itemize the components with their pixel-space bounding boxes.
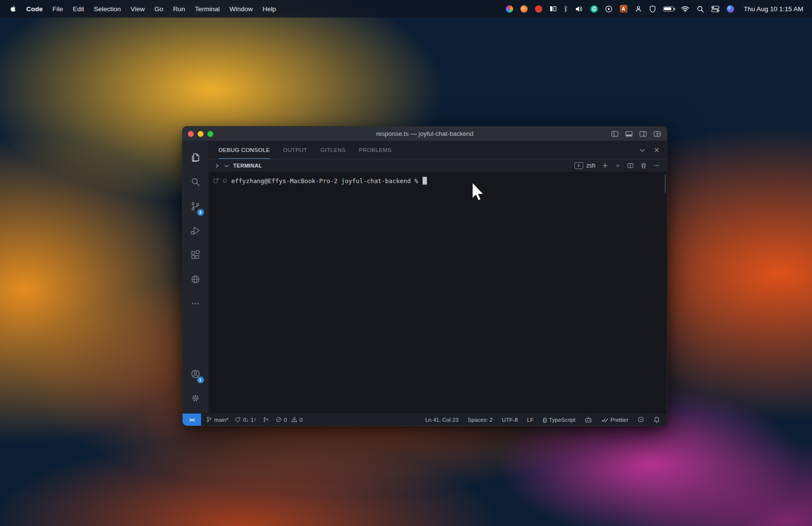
expand-panel-chevron-icon[interactable] xyxy=(214,163,220,169)
command-decoration-icon[interactable] xyxy=(223,179,227,183)
shell-name: zsh xyxy=(586,162,595,169)
split-terminal-icon[interactable] xyxy=(627,162,634,169)
problems-status[interactable]: 0 0 xyxy=(276,416,303,423)
close-window-button[interactable] xyxy=(188,131,194,137)
menu-bar-left: Code File Edit Selection View Go Run Ter… xyxy=(10,4,276,13)
play-circle-icon[interactable] xyxy=(605,4,612,13)
bluetooth-icon[interactable]: ᛒ xyxy=(564,4,568,13)
panel-chevron-down-icon[interactable] xyxy=(639,147,646,154)
menubar-clock[interactable]: Thu Aug 10 1:15 AM xyxy=(744,5,803,13)
run-debug-icon[interactable] xyxy=(185,218,207,243)
new-terminal-icon[interactable] xyxy=(602,162,609,169)
panel-tab-bar: DEBUG CONSOLE OUTPUT GITLENS PROBLEMS xyxy=(209,141,667,159)
panel-close-icon[interactable] xyxy=(653,147,660,153)
terminal-header-left: TERMINAL xyxy=(214,163,262,169)
a-app-icon[interactable]: A xyxy=(620,5,627,13)
remote-indicator[interactable]: >< xyxy=(183,413,201,426)
tab-debug-console[interactable]: DEBUG CONSOLE xyxy=(219,141,270,159)
user-icon[interactable] xyxy=(635,4,642,13)
battery-icon[interactable] xyxy=(663,4,674,13)
eol-status[interactable]: LF xyxy=(527,417,534,423)
wifi-icon[interactable] xyxy=(681,4,689,13)
menu-file[interactable]: File xyxy=(53,5,63,13)
terminal-cursor xyxy=(423,177,427,185)
menu-terminal[interactable]: Terminal xyxy=(195,5,220,13)
gitlens-graph-icon[interactable] xyxy=(263,416,269,423)
extensions-icon[interactable] xyxy=(185,243,207,267)
tab-gitlens-label: GITLENS xyxy=(320,147,346,153)
tab-problems[interactable]: PROBLEMS xyxy=(359,141,391,159)
menu-bar-status-area: ᛒ G A T xyxy=(506,4,803,13)
menu-selection[interactable]: Selection xyxy=(94,5,121,13)
toggle-panel-icon[interactable] xyxy=(625,130,633,138)
app-menu-code[interactable]: Code xyxy=(26,5,43,13)
branch-status[interactable]: main* xyxy=(206,416,228,423)
error-count: 0 xyxy=(284,417,287,423)
zoom-window-button[interactable] xyxy=(207,131,213,137)
search-icon[interactable] xyxy=(185,169,207,194)
sync-status[interactable]: 0↓ 1↑ xyxy=(235,416,257,423)
menu-edit[interactable]: Edit xyxy=(73,5,84,13)
shield-icon[interactable] xyxy=(649,4,656,13)
menu-run[interactable]: Run xyxy=(173,5,185,13)
terminal-shell-selector[interactable]: zsh xyxy=(574,162,595,169)
volume-icon[interactable] xyxy=(575,4,583,13)
terminal-collapse-chevron-icon[interactable] xyxy=(223,163,230,169)
tab-output[interactable]: OUTPUT xyxy=(283,141,308,159)
terminal-scrollbar[interactable] xyxy=(664,174,666,193)
formatter-status[interactable]: Prettier xyxy=(601,417,628,423)
siri-icon[interactable] xyxy=(727,4,734,13)
grammarly-icon[interactable]: G xyxy=(591,4,598,13)
tab-gitlens[interactable]: GITLENS xyxy=(320,141,346,159)
control-center-icon[interactable] xyxy=(711,4,720,13)
tab-output-label: OUTPUT xyxy=(283,147,308,153)
braces-icon: {} xyxy=(543,417,547,423)
menu-window[interactable]: Window xyxy=(229,5,253,13)
menu-help[interactable]: Help xyxy=(262,5,276,13)
menu-bar: Code File Edit Selection View Go Run Ter… xyxy=(0,0,812,18)
language-mode-status[interactable]: {} TypeScript xyxy=(543,417,575,423)
status-bar-right: Ln 41, Col 23 Spaces: 2 UTF-8 LF {} Type… xyxy=(425,413,667,426)
source-control-icon[interactable]: 3 xyxy=(185,194,207,218)
browser-preview-icon[interactable] xyxy=(185,267,207,291)
more-views-icon[interactable] xyxy=(185,291,207,316)
kill-terminal-trash-icon[interactable] xyxy=(640,162,647,169)
apple-menu-icon[interactable] xyxy=(10,4,17,13)
terminal-section-label[interactable]: TERMINAL xyxy=(233,163,262,169)
scm-badge: 3 xyxy=(197,209,204,216)
terminal[interactable]: effyzhang@Effys-MacBook-Pro-2 joyful-cha… xyxy=(209,172,667,413)
encoding-status[interactable]: UTF-8 xyxy=(502,417,518,423)
warning-count: 0 xyxy=(299,417,302,423)
customize-layout-icon[interactable] xyxy=(653,130,661,138)
menu-view[interactable]: View xyxy=(130,5,145,13)
terminal-gutter-icon[interactable] xyxy=(213,177,220,184)
window-titlebar[interactable]: response.ts — joyful-chat-backend xyxy=(183,127,667,141)
shell-prompt-text: effyzhang@Effys-MacBook-Pro-2 joyful-cha… xyxy=(231,177,418,185)
minimize-window-button[interactable] xyxy=(198,131,203,137)
tab-problems-label: PROBLEMS xyxy=(359,147,391,153)
terminal-section-header: TERMINAL zsh xyxy=(209,159,667,172)
settings-gear-icon[interactable] xyxy=(185,386,207,410)
spotlight-icon[interactable] xyxy=(697,4,704,13)
copilot-robot-icon[interactable] xyxy=(585,416,592,423)
toggle-sidebar-icon[interactable] xyxy=(611,130,619,138)
notifications-bell-icon[interactable] xyxy=(653,416,660,423)
menu-go[interactable]: Go xyxy=(154,5,163,13)
orange-app-icon[interactable] xyxy=(520,4,528,13)
language-name: TypeScript xyxy=(549,417,575,423)
branch-name: main* xyxy=(214,417,228,423)
window-manager-icon[interactable] xyxy=(550,4,556,13)
status-bar: >< main* 0↓ 1↑ 0 0 xyxy=(183,413,667,426)
traffic-lights xyxy=(183,131,213,137)
tab-debug-console-label: DEBUG CONSOLE xyxy=(219,147,270,153)
cursor-position-status[interactable]: Ln 41, Col 23 xyxy=(425,417,458,423)
terminal-dropdown-chevron-icon[interactable] xyxy=(615,163,621,169)
terminal-more-actions-icon[interactable] xyxy=(653,162,660,169)
record-dot-icon[interactable] xyxy=(535,4,542,13)
toggle-secondary-sidebar-icon[interactable] xyxy=(639,130,647,138)
status-extra-icon[interactable] xyxy=(638,416,644,423)
explorer-icon[interactable] xyxy=(185,145,207,169)
accounts-icon[interactable]: 1 xyxy=(185,361,207,386)
colorful-app-icon[interactable] xyxy=(506,4,513,13)
indentation-status[interactable]: Spaces: 2 xyxy=(468,417,493,423)
